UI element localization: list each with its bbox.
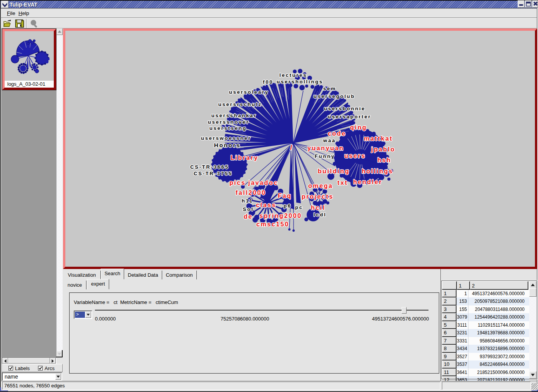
svg-text:Library: Library [231,154,258,161]
svg-text:usersshankar: usersshankar [211,113,257,118]
svg-text:usersegolub: usersegolub [314,93,355,99]
svg-text:usersoleary: usersoleary [229,89,269,95]
svg-text:hcil: hcil [311,204,325,211]
svg-text:class: class [256,202,276,208]
svg-text:Funny: Funny [315,153,335,159]
svg-text:usershollings: usershollings [277,79,323,85]
svg-text:h11: h11 [242,198,253,204]
svg-text:CS-TR-3755: CS-TR-3755 [194,171,232,176]
svg-text:lectures: lectures [279,72,307,78]
svg-text:userstseng: userstseng [209,125,247,131]
svg-text:waa: waa [323,138,336,143]
svg-text:hollings: hollings [362,168,393,174]
svg-text:Honors: Honors [214,142,241,148]
svg-text:lcdl: lcdl [314,212,327,218]
svg-text:pc: pc [295,204,303,210]
svg-text:code: code [328,130,346,137]
svg-text:yuanyuan: yuanyuan [307,145,344,151]
svg-text:usersrschulz: usersrschulz [218,101,262,107]
svg-text:building: building [318,168,350,174]
svg-text:p6: p6 [284,203,292,209]
svg-text:CS-TR-3665: CS-TR-3665 [190,164,229,170]
svg-text:qing: qing [350,124,367,131]
svg-text:f00: f00 [263,79,273,85]
svg-text:/: / [290,143,293,151]
svg-text:usersbonnie: usersbonnie [324,106,365,111]
svg-text:hendler: hendler [353,179,382,185]
svg-text:userswoessner: userswoessner [201,135,251,141]
svg-text:hsh: hsh [377,157,391,163]
svg-text:sem: sem [323,86,336,91]
svg-text:mattkat: mattkat [364,135,393,142]
svg-text:userssnover: userssnover [208,119,249,125]
svg-text:jpablo: jpablo [371,146,395,153]
svg-text:omega: omega [308,183,333,189]
svg-text:de: de [244,213,253,220]
svg-text:usersaporter: usersaporter [328,114,371,120]
svg-text:users: users [344,153,366,159]
svg-text:cmsc150: cmsc150 [256,221,289,228]
svg-text:spring2000: spring2000 [259,213,302,219]
svg-text:projects: projects [302,193,334,200]
svg-text:Faq: Faq [278,193,292,199]
svg-text:javadoc: javadoc [248,179,278,186]
svg-text:txt: txt [337,179,348,186]
svg-text:Sol: Sol [243,206,254,212]
svg-text:fall2000: fall2000 [236,189,266,196]
svg-text:pics: pics [229,179,246,186]
